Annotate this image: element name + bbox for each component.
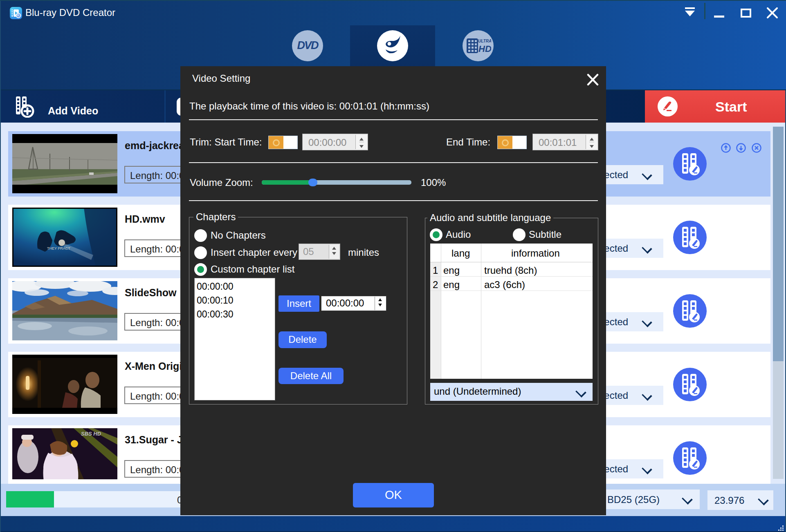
svg-text:ULTRA: ULTRA (478, 39, 491, 43)
svg-text:THEY PRACT: THEY PRACT (47, 246, 70, 250)
svg-text:SBS HD: SBS HD (81, 431, 101, 437)
svg-text:HD: HD (478, 44, 491, 54)
